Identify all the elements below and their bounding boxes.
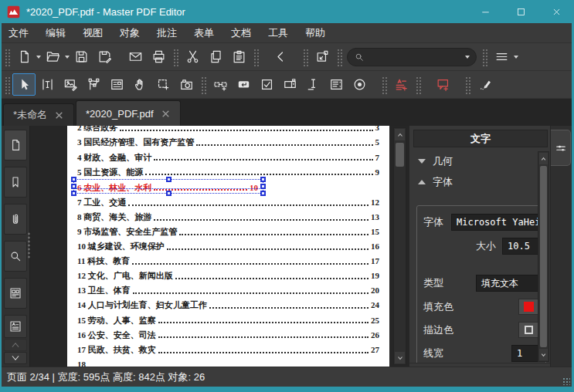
toc-entry-17[interactable]: 17 民政、扶贫、救灾27 (77, 340, 379, 355)
fill-color-swatch[interactable] (518, 299, 539, 315)
toc-entry-7[interactable]: 7 工业、交通12 (77, 193, 379, 208)
selection-handle[interactable] (71, 191, 76, 196)
font-size-field[interactable]: 10.5 (502, 238, 539, 255)
panel-scroll-down-button[interactable] (539, 349, 548, 360)
selection-handle[interactable] (260, 177, 266, 182)
search-dropdown-icon[interactable] (465, 56, 470, 61)
document-tab-1[interactable]: *未命名 (3, 103, 74, 126)
menu-item-6[interactable]: 表单 (185, 23, 222, 42)
undo-button[interactable] (269, 46, 292, 68)
scroll-down-button[interactable] (395, 352, 405, 363)
toc-entry-6[interactable]: 6 农业、林业、水利10 (77, 178, 258, 193)
maximize-button[interactable] (503, 0, 538, 23)
edit-path-tool-button[interactable] (82, 73, 105, 96)
minimize-button[interactable] (467, 0, 503, 23)
section-geometry[interactable]: 几何 (409, 147, 551, 168)
toc-entry-14[interactable]: 14 人口与计划生育、妇女儿童工作24 (77, 296, 379, 311)
hand-tool-button[interactable] (128, 73, 151, 96)
selection-handle[interactable] (71, 177, 76, 182)
toc-entry-5[interactable]: 5 国土资源、能源9 (77, 163, 379, 177)
add-callout-annotation-button[interactable] (431, 73, 454, 96)
sidebar-item-pages-panel[interactable] (4, 130, 27, 161)
edit-text-tool-button[interactable] (36, 73, 59, 96)
scroll-up-button[interactable] (395, 129, 405, 140)
link-tool-button[interactable] (209, 73, 232, 96)
edit-forms-tool-button[interactable] (105, 73, 128, 96)
toc-entry-9[interactable]: 9 市场监管、安全生产监管15 (77, 223, 379, 238)
save-as-button[interactable] (93, 46, 116, 68)
paste-button[interactable] (227, 46, 250, 68)
toc-entry-4[interactable]: 4 财政、金融、审计7 (77, 148, 379, 163)
menu-item-3[interactable]: 视图 (74, 23, 111, 42)
toc-entry-10[interactable]: 10 城乡建设、环境保护16 (77, 238, 379, 252)
radio-button-field-button[interactable] (348, 73, 371, 96)
document-scrollbar[interactable] (393, 127, 406, 365)
toc-entry-13[interactable]: 13 卫生、体育20 (77, 282, 379, 296)
toc-entry-12[interactable]: 12 文化、广电、新闻出版19 (77, 267, 379, 282)
selection-handle[interactable] (71, 184, 76, 189)
main-menu-button[interactable] (490, 46, 513, 68)
selection-handle[interactable] (166, 177, 172, 182)
highlighter-tool-button[interactable] (473, 73, 496, 96)
font-name-field[interactable]: Microsoft YaHei (451, 214, 539, 231)
tools-toolbar (0, 71, 574, 99)
push-button-field-button[interactable] (232, 73, 255, 96)
close-button[interactable] (538, 0, 574, 23)
toc-entry-2[interactable]: 2 综合政务3 (77, 126, 379, 133)
combobox-field-button[interactable] (278, 73, 301, 96)
checkbox-field-button[interactable] (255, 73, 278, 96)
capture-area-button[interactable] (311, 46, 334, 68)
panel-scroll-up-button[interactable] (539, 153, 548, 164)
select-tool-button[interactable] (12, 73, 36, 96)
edit-image-tool-button[interactable] (59, 73, 82, 96)
menu-item-5[interactable]: 批注 (148, 23, 185, 42)
toc-entry-8[interactable]: 8 商贸、海关、旅游13 (77, 208, 379, 223)
sidebar-scroll-down-button[interactable] (4, 352, 27, 364)
resize-grip[interactable] (562, 377, 570, 385)
snapshot-tool-button[interactable] (175, 73, 198, 96)
sidebar-item-bookmarks-panel[interactable] (4, 167, 27, 198)
toc-entry-16[interactable]: 16 公安、安全、司法26 (77, 326, 379, 340)
sidebar-item-form-fields-panel[interactable] (4, 278, 27, 309)
menu-item-7[interactable]: 文档 (222, 23, 260, 42)
panel-scrollbar-thumb[interactable] (540, 166, 547, 347)
scrollbar-thumb[interactable] (396, 143, 404, 167)
toc-entry-18[interactable]: 18 (77, 356, 379, 367)
sidebar-item-search-panel[interactable] (4, 241, 27, 272)
selection-handle[interactable] (260, 184, 266, 189)
menu-item-9[interactable]: 帮助 (297, 23, 334, 42)
open-document-button[interactable] (41, 46, 64, 68)
listbox-field-button[interactable] (324, 73, 348, 96)
toc-entry-15[interactable]: 15 劳动、人事、监察25 (77, 311, 379, 326)
section-font[interactable]: 字体 (409, 168, 551, 189)
add-text-annotation-button[interactable] (389, 73, 413, 96)
email-button[interactable] (124, 46, 147, 68)
menu-item-8[interactable]: 工具 (260, 23, 297, 42)
document-tab-2[interactable]: *2020_PDF.pdf (76, 100, 180, 126)
text-field-button[interactable] (301, 73, 324, 96)
save-button[interactable] (70, 46, 93, 68)
sidebar-scroll-up-button[interactable] (4, 339, 27, 351)
menu-item-2[interactable]: 编辑 (37, 23, 74, 42)
copy-button[interactable] (204, 46, 227, 68)
print-button[interactable] (147, 46, 170, 68)
main-menu-dropdown-icon[interactable] (514, 56, 518, 61)
pdf-page[interactable]: 2 综合政务33 国民经济管理、国有资产监管54 财政、金融、审计75 国土资源… (67, 126, 389, 367)
sidebar-item-annotations-panel[interactable] (4, 315, 27, 338)
toc-entry-11[interactable]: 11 科技、教育17 (77, 252, 379, 267)
search-input[interactable] (365, 52, 464, 63)
stroke-color-swatch[interactable] (518, 322, 539, 338)
panel-scrollbar[interactable] (538, 151, 549, 362)
cut-button[interactable] (181, 46, 204, 68)
menu-item-1[interactable]: 文件 (0, 23, 37, 42)
toc-entry-3[interactable]: 3 国民经济管理、国有资产监管5 (77, 133, 379, 148)
new-document-button[interactable] (12, 46, 36, 68)
text-type-dropdown[interactable]: 填充文本 (476, 275, 539, 292)
select-region-tool-button[interactable] (151, 73, 175, 96)
sidebar-item-attachments-panel[interactable] (4, 204, 27, 235)
tab-close-icon[interactable] (161, 109, 171, 119)
tab-close-icon[interactable] (54, 110, 64, 120)
menu-item-4[interactable]: 对象 (111, 23, 148, 42)
line-width-field[interactable]: 1 (511, 345, 539, 362)
object-properties-tab[interactable] (551, 130, 571, 166)
